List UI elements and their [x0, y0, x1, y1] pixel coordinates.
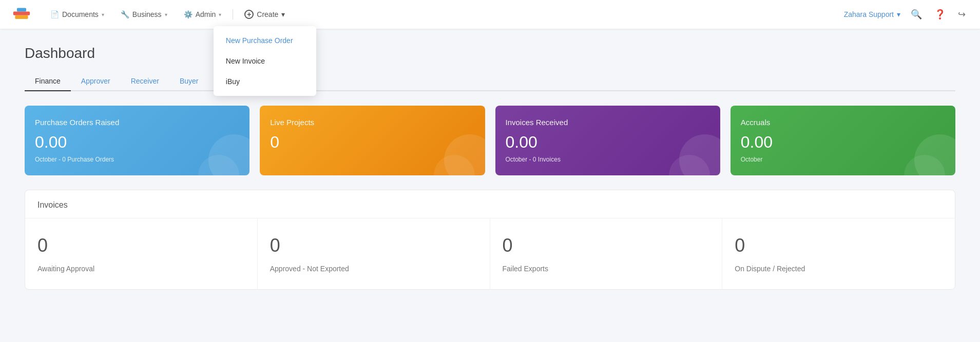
admin-icon: ⚙️	[184, 10, 193, 18]
invoices-received-sub: October - 0 Invoices	[506, 156, 710, 163]
stat-card-invoices-received[interactable]: Invoices Received 0.00 October - 0 Invoi…	[495, 106, 720, 175]
purchase-orders-value: 0.00	[35, 133, 239, 152]
user-chevron: ▾	[897, 10, 900, 18]
invoices-section: Invoices 0 Awaiting Approval 0 Approved …	[25, 190, 955, 290]
logo[interactable]	[12, 5, 31, 24]
failed-exports-label: Failed Exports	[503, 265, 710, 273]
live-projects-value: 0	[270, 133, 474, 152]
nav-business-label: Business	[132, 10, 162, 18]
tab-finance[interactable]: Finance	[25, 72, 71, 91]
accruals-value: 0.00	[741, 133, 945, 152]
svg-rect-0	[13, 12, 30, 15]
stat-card-live-projects[interactable]: Live Projects 0	[260, 106, 485, 175]
nav-admin-label: Admin	[196, 10, 216, 18]
nav-create[interactable]: + Create ▾ New Purchase Order New Invoic…	[237, 6, 292, 23]
plus-icon: +	[244, 10, 254, 19]
create-label: Create	[257, 10, 278, 18]
search-button[interactable]: 🔍	[909, 7, 924, 22]
approved-not-exported-label: Approved - Not Exported	[270, 265, 477, 273]
create-chevron: ▾	[281, 10, 285, 18]
on-dispute-label: On Dispute / Rejected	[735, 265, 943, 273]
admin-chevron: ▾	[219, 12, 221, 17]
dropdown-new-invoice[interactable]: New Invoice	[214, 51, 316, 71]
dashboard-tabs: Finance Approver Receiver Buyer	[25, 72, 955, 91]
invoices-header: Invoices	[25, 190, 955, 218]
nav-documents[interactable]: 📄 Documents ▾	[43, 6, 111, 23]
nav-right: Zahara Support ▾ 🔍 ❓ ↪	[844, 7, 968, 22]
tab-receiver[interactable]: Receiver	[121, 72, 169, 91]
stat-card-accruals[interactable]: Accruals 0.00 October	[731, 106, 955, 175]
stat-cards: Purchase Orders Raised 0.00 October - 0 …	[25, 106, 955, 175]
nav-user[interactable]: Zahara Support ▾	[844, 10, 900, 18]
documents-icon: 📄	[50, 10, 59, 18]
dropdown-ibuy[interactable]: iBuy	[214, 71, 316, 92]
main-content: Dashboard Finance Approver Receiver Buye…	[0, 29, 980, 306]
logo-icon	[12, 5, 31, 24]
accruals-sub: October	[741, 156, 945, 163]
invoice-stat-approved-not-exported[interactable]: 0 Approved - Not Exported	[258, 218, 490, 289]
nav-business[interactable]: 🔧 Business ▾	[113, 6, 175, 23]
create-dropdown: New Purchase Order New Invoice iBuy	[214, 26, 316, 96]
nav-items: 📄 Documents ▾ 🔧 Business ▾ ⚙️ Admin ▾ + …	[43, 6, 844, 23]
svg-rect-1	[15, 15, 28, 19]
failed-exports-value: 0	[503, 235, 710, 256]
invoices-received-label: Invoices Received	[506, 118, 710, 127]
svg-rect-2	[17, 8, 26, 11]
dropdown-new-purchase-order[interactable]: New Purchase Order	[214, 30, 316, 51]
purchase-orders-sub: October - 0 Purchase Orders	[35, 156, 239, 163]
business-icon: 🔧	[121, 10, 129, 18]
user-label: Zahara Support	[844, 10, 894, 18]
tab-approver[interactable]: Approver	[71, 72, 121, 91]
page-title: Dashboard	[25, 45, 955, 62]
invoice-stat-on-dispute[interactable]: 0 On Dispute / Rejected	[722, 218, 955, 289]
invoices-received-value: 0.00	[506, 133, 710, 152]
live-projects-label: Live Projects	[270, 118, 474, 127]
stat-card-purchase-orders[interactable]: Purchase Orders Raised 0.00 October - 0 …	[25, 106, 249, 175]
on-dispute-value: 0	[735, 235, 943, 256]
tab-buyer[interactable]: Buyer	[169, 72, 209, 91]
invoice-stat-awaiting-approval[interactable]: 0 Awaiting Approval	[25, 218, 258, 289]
accruals-label: Accruals	[741, 118, 945, 127]
invoice-stat-failed-exports[interactable]: 0 Failed Exports	[490, 218, 723, 289]
awaiting-approval-label: Awaiting Approval	[37, 265, 245, 273]
purchase-orders-label: Purchase Orders Raised	[35, 118, 239, 127]
approved-not-exported-value: 0	[270, 235, 477, 256]
documents-chevron: ▾	[102, 12, 104, 17]
nav-separator	[233, 9, 233, 19]
help-button[interactable]: ❓	[932, 7, 948, 22]
nav-documents-label: Documents	[62, 10, 99, 18]
awaiting-approval-value: 0	[37, 235, 245, 256]
invoices-grid: 0 Awaiting Approval 0 Approved - Not Exp…	[25, 218, 955, 289]
logout-button[interactable]: ↪	[956, 7, 968, 22]
navbar: 📄 Documents ▾ 🔧 Business ▾ ⚙️ Admin ▾ + …	[0, 0, 980, 29]
business-chevron: ▾	[165, 12, 167, 17]
nav-admin[interactable]: ⚙️ Admin ▾	[177, 6, 229, 23]
